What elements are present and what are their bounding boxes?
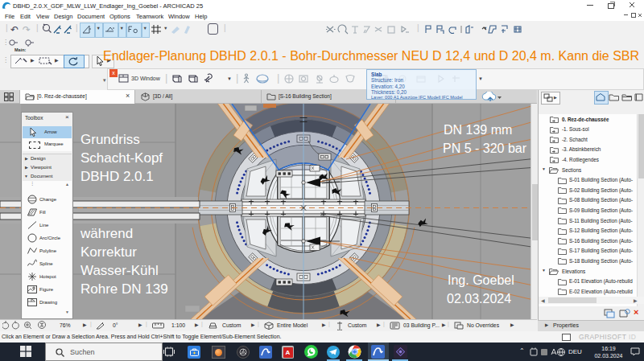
svg-text:Schacht-Kopf: Schacht-Kopf <box>80 150 163 166</box>
svg-text:während: während <box>80 226 133 241</box>
svg-text:PN 5 - 320 bar: PN 5 - 320 bar <box>443 142 527 155</box>
svg-text:DBHD 2.0.1: DBHD 2.0.1 <box>80 169 154 184</box>
svg-text:Korrektur: Korrektur <box>80 244 137 260</box>
svg-text:Wasser-Kühl: Wasser-Kühl <box>80 263 159 278</box>
svg-text:Rohre DN 139: Rohre DN 139 <box>80 281 168 297</box>
svg-text:Grundriss: Grundriss <box>80 132 140 147</box>
svg-text:Ing. Goebel: Ing. Goebel <box>448 273 514 287</box>
svg-text:02.03.2024: 02.03.2024 <box>447 292 511 306</box>
svg-text:DN 139 mm: DN 139 mm <box>444 123 512 137</box>
